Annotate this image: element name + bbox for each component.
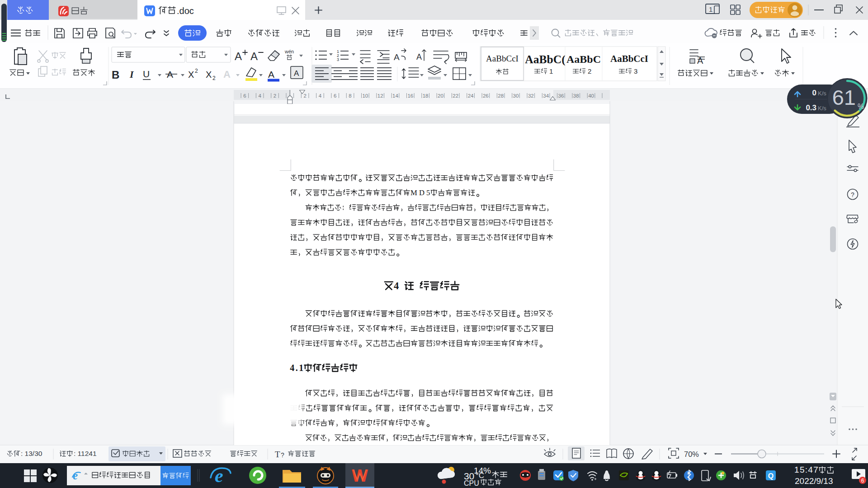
svg-text:2: 2 <box>274 93 276 99</box>
svg-text:AaBbCcI: AaBbCcI <box>486 54 519 63</box>
svg-text:20: 20 <box>438 93 443 99</box>
svg-text:2: 2 <box>303 93 306 99</box>
svg-text:2022/9/13: 2022/9/13 <box>795 476 833 486</box>
svg-text:12: 12 <box>377 93 383 99</box>
svg-text:4: 4 <box>258 93 261 99</box>
svg-text:3: 3 <box>634 67 637 75</box>
svg-text:X: X <box>206 70 212 80</box>
svg-text:A: A <box>294 69 299 78</box>
svg-text:1: 1 <box>709 5 712 13</box>
svg-text:70%: 70% <box>684 450 699 458</box>
svg-text:32: 32 <box>528 93 534 99</box>
svg-text:10: 10 <box>362 93 368 99</box>
svg-text:3: 3 <box>337 57 339 62</box>
svg-text:4: 4 <box>394 280 399 291</box>
svg-text:8: 8 <box>349 93 351 99</box>
svg-text:2: 2 <box>212 75 216 81</box>
svg-text:4: 4 <box>319 93 322 99</box>
svg-text:22: 22 <box>453 93 458 99</box>
svg-text:: 13/30: : 13/30 <box>21 450 42 457</box>
svg-text:A: A <box>250 50 258 62</box>
svg-text:X: X <box>188 70 194 80</box>
svg-text:34: 34 <box>543 93 549 99</box>
svg-text:W: W <box>352 466 368 485</box>
svg-text:A: A <box>223 69 231 80</box>
svg-text:61: 61 <box>832 85 856 109</box>
svg-text:A: A <box>416 52 422 61</box>
svg-text:T: T <box>275 450 280 459</box>
svg-text:0: 0 <box>812 89 816 97</box>
svg-text:I: I <box>129 69 134 80</box>
svg-text:6: 6 <box>334 93 336 99</box>
svg-text:Q: Q <box>768 472 774 480</box>
svg-text:2: 2 <box>588 67 591 75</box>
svg-text:AaBbC: AaBbC <box>566 53 601 65</box>
svg-text:°C: °C <box>476 471 484 480</box>
svg-text:36: 36 <box>558 93 564 99</box>
svg-text:15:47: 15:47 <box>794 465 818 474</box>
svg-text:%: % <box>858 103 864 110</box>
svg-text:6: 6 <box>861 478 864 484</box>
svg-text:AaBbCcI: AaBbCcI <box>610 53 648 64</box>
svg-text:40: 40 <box>588 93 594 99</box>
svg-text:AaBbC(: AaBbC( <box>525 53 565 66</box>
svg-text:0.3: 0.3 <box>806 103 816 112</box>
svg-text:K/s: K/s <box>818 105 826 112</box>
svg-text:28: 28 <box>498 93 504 99</box>
svg-text:?: ? <box>851 191 854 198</box>
svg-text:38: 38 <box>573 93 579 99</box>
svg-text:U: U <box>143 69 150 79</box>
svg-text:30: 30 <box>513 93 519 99</box>
svg-text:18: 18 <box>423 93 429 99</box>
svg-text:?: ? <box>281 451 284 459</box>
svg-text:: 11241: : 11241 <box>74 450 97 457</box>
svg-text:K/s: K/s <box>818 90 826 97</box>
svg-text:4.1: 4.1 <box>290 363 303 373</box>
svg-text:26: 26 <box>483 93 489 99</box>
svg-text:A: A <box>235 50 242 62</box>
svg-text:B: B <box>112 69 119 81</box>
svg-text:CPU: CPU <box>464 479 479 487</box>
svg-text:2: 2 <box>195 68 198 74</box>
svg-text:16: 16 <box>407 93 413 99</box>
svg-text:wén: wén <box>284 49 294 54</box>
svg-text:A: A <box>394 52 400 62</box>
svg-text:A: A <box>268 69 274 80</box>
svg-text:6: 6 <box>243 93 246 99</box>
svg-text:14: 14 <box>392 93 398 99</box>
svg-text:24: 24 <box>468 93 474 99</box>
svg-text:.doc: .doc <box>177 6 194 16</box>
svg-text:1: 1 <box>549 67 553 75</box>
svg-text:MD5: MD5 <box>410 188 430 197</box>
